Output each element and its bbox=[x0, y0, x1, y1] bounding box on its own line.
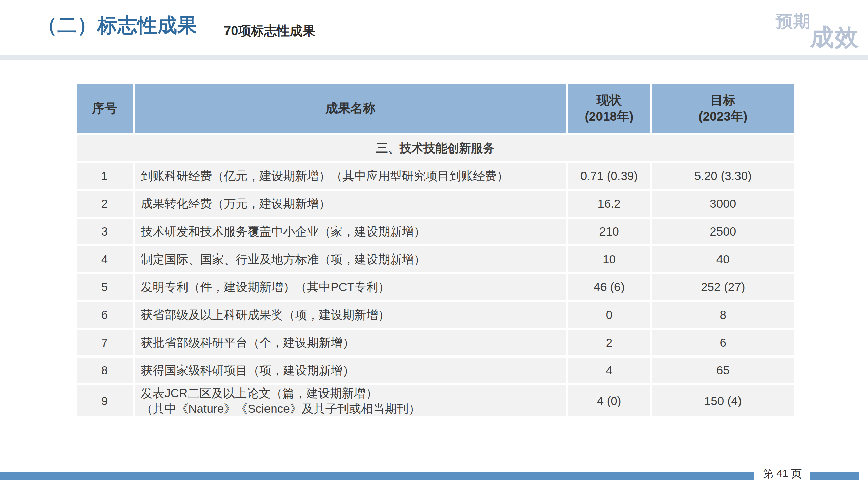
row-current-value: 0 bbox=[568, 302, 650, 328]
watermark: 预期 成效 bbox=[760, 0, 868, 58]
row-index: 9 bbox=[77, 385, 133, 416]
table-row: 7 获批省部级科研平台（个，建设期新增） 2 6 bbox=[77, 330, 794, 355]
row-name: 获省部级及以上科研成果奖（项，建设期新增） bbox=[135, 302, 566, 328]
watermark-line1: 预期 bbox=[776, 10, 811, 33]
row-target-value: 3000 bbox=[652, 191, 794, 217]
table-row: 4 制定国际、国家、行业及地方标准（项，建设期新增） 10 40 bbox=[77, 246, 794, 272]
table-row: 2 成果转化经费（万元，建设期新增） 16.2 3000 bbox=[77, 191, 794, 217]
row-current-value: 10 bbox=[568, 246, 650, 272]
column-header-name: 成果名称 bbox=[135, 84, 566, 133]
section-header-row: 三、技术技能创新服务 bbox=[77, 135, 794, 161]
row-target-value: 150 (4) bbox=[652, 385, 794, 416]
row-target-value: 40 bbox=[652, 246, 794, 272]
table-row: 3 技术研发和技术服务覆盖中小企业（家，建设期新增） 210 2500 bbox=[77, 219, 794, 244]
footer-bar: 第 41 页 bbox=[0, 472, 868, 480]
header-divider bbox=[0, 55, 868, 60]
table-row: 6 获省部级及以上科研成果奖（项，建设期新增） 0 8 bbox=[77, 302, 794, 328]
row-current-value: 16.2 bbox=[568, 191, 650, 217]
row-index: 6 bbox=[77, 302, 133, 328]
row-target-value: 65 bbox=[652, 358, 794, 383]
row-name: 到账科研经费（亿元，建设期新增）（其中应用型研究项目到账经费） bbox=[135, 163, 566, 189]
row-name: 发表JCR二区及以上论文（篇，建设期新增） （其中《Nature》《Scienc… bbox=[135, 385, 566, 416]
row-target-value: 5.20 (3.30) bbox=[652, 163, 794, 189]
column-header-index: 序号 bbox=[77, 84, 133, 133]
row-target-value: 8 bbox=[652, 302, 794, 328]
row-target-value: 252 (27) bbox=[652, 274, 794, 300]
row-current-value: 2 bbox=[568, 330, 650, 355]
table-row: 8 获得国家级科研项目（项，建设期新增） 4 65 bbox=[77, 358, 794, 383]
row-name: 发明专利（件，建设期新增）（其中PCT专利） bbox=[135, 274, 566, 300]
row-index: 8 bbox=[77, 358, 133, 383]
row-name: 制定国际、国家、行业及地方标准（项，建设期新增） bbox=[135, 246, 566, 272]
table-row: 5 发明专利（件，建设期新增）（其中PCT专利） 46 (6) 252 (27) bbox=[77, 274, 794, 300]
row-index: 2 bbox=[77, 191, 133, 217]
table-row: 9 发表JCR二区及以上论文（篇，建设期新增） （其中《Nature》《Scie… bbox=[77, 385, 794, 416]
row-current-value: 46 (6) bbox=[568, 274, 650, 300]
table-header-row: 序号 成果名称 现状 (2018年) 目标 (2023年) bbox=[77, 84, 794, 133]
footer-bar-right-segment bbox=[810, 472, 859, 480]
row-index: 4 bbox=[77, 246, 133, 272]
row-current-value: 210 bbox=[568, 219, 650, 244]
row-current-value: 4 (0) bbox=[568, 385, 650, 416]
watermark-line2: 成效 bbox=[810, 22, 859, 54]
page-title: （二）标志性成果 bbox=[37, 12, 197, 39]
slide: （二）标志性成果 70项标志性成果 预期 成效 序号 成果名称 现状 (2018… bbox=[0, 0, 868, 488]
row-current-value: 4 bbox=[568, 358, 650, 383]
page-subtitle: 70项标志性成果 bbox=[224, 22, 315, 40]
row-index: 3 bbox=[77, 219, 133, 244]
section-title: 三、技术技能创新服务 bbox=[77, 135, 794, 161]
row-name: 获得国家级科研项目（项，建设期新增） bbox=[135, 358, 566, 383]
row-name: 获批省部级科研平台（个，建设期新增） bbox=[135, 330, 566, 355]
footer-bar-left-segment bbox=[0, 472, 754, 480]
row-target-value: 6 bbox=[652, 330, 794, 355]
table-row: 1 到账科研经费（亿元，建设期新增）（其中应用型研究项目到账经费） 0.71 (… bbox=[77, 163, 794, 189]
column-header-target: 目标 (2023年) bbox=[652, 84, 794, 133]
row-index: 1 bbox=[77, 163, 133, 189]
results-table: 序号 成果名称 现状 (2018年) 目标 (2023年) 三、技术技能创新服务… bbox=[75, 82, 796, 418]
row-name: 技术研发和技术服务覆盖中小企业（家，建设期新增） bbox=[135, 219, 566, 244]
row-index: 5 bbox=[77, 274, 133, 300]
row-index: 7 bbox=[77, 330, 133, 355]
row-name: 成果转化经费（万元，建设期新增） bbox=[135, 191, 566, 217]
page-number: 第 41 页 bbox=[754, 468, 810, 480]
row-current-value: 0.71 (0.39) bbox=[568, 163, 650, 189]
column-header-current: 现状 (2018年) bbox=[568, 84, 650, 133]
row-target-value: 2500 bbox=[652, 219, 794, 244]
